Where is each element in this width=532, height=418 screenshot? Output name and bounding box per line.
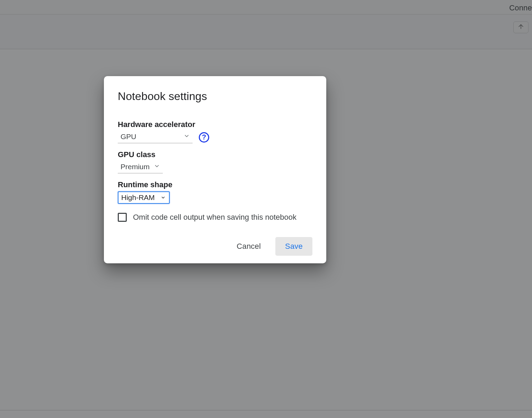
omit-output-row: Omit code cell output when saving this n… <box>118 213 312 222</box>
omit-output-label: Omit code cell output when saving this n… <box>133 213 296 222</box>
chevron-down-icon <box>161 193 166 202</box>
hardware-accelerator-field: Hardware accelerator GPU ? <box>118 120 312 143</box>
save-button[interactable]: Save <box>275 237 312 256</box>
hardware-accelerator-label: Hardware accelerator <box>118 120 312 129</box>
hardware-accelerator-value: GPU <box>121 133 136 141</box>
runtime-shape-value: High-RAM <box>121 193 155 202</box>
gpu-class-field: GPU class Premium <box>118 150 312 173</box>
cancel-button[interactable]: Cancel <box>227 237 271 256</box>
runtime-shape-label: Runtime shape <box>118 180 312 189</box>
runtime-shape-select[interactable]: High-RAM <box>118 191 170 204</box>
notebook-settings-dialog: Notebook settings Hardware accelerator G… <box>104 76 326 263</box>
help-icon[interactable]: ? <box>199 132 209 143</box>
gpu-class-select[interactable]: Premium <box>118 161 163 173</box>
omit-output-checkbox[interactable] <box>118 213 127 222</box>
gpu-class-label: GPU class <box>118 150 312 159</box>
chevron-down-icon <box>154 163 160 171</box>
hardware-accelerator-select[interactable]: GPU <box>118 131 193 143</box>
gpu-class-value: Premium <box>121 163 150 171</box>
dialog-title: Notebook settings <box>118 90 312 103</box>
dialog-actions: Cancel Save <box>118 237 312 256</box>
runtime-shape-field: Runtime shape High-RAM <box>118 180 312 204</box>
chevron-down-icon <box>184 133 190 141</box>
